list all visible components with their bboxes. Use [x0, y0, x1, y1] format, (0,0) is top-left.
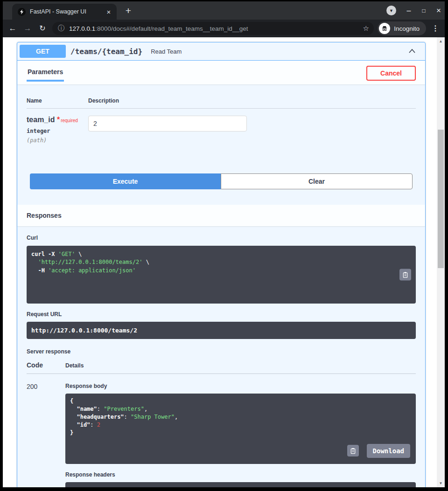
copy-curl-button[interactable]	[399, 269, 411, 281]
reload-button[interactable]: ↻	[37, 23, 48, 34]
server-response-columns: Code Details	[27, 361, 416, 369]
tab-close-icon[interactable]: ×	[105, 8, 113, 16]
responses-content: Curl curl -X 'GET' \ 'http://127.0.0.1:8…	[17, 226, 425, 487]
cancel-button[interactable]: Cancel	[366, 66, 416, 81]
page-scrollbar[interactable]: ▲ ▼	[437, 37, 445, 487]
url-text: 127.0.0.1:8000/docs#/default/read_team_t…	[69, 25, 359, 32]
execute-row: Execute Clear	[17, 163, 425, 199]
browser-toolbar: ← → ↻ ⓘ 127.0.0.1:8000/docs#/default/rea…	[3, 20, 445, 37]
forward-button[interactable]: →	[22, 23, 33, 34]
column-name: Name	[27, 97, 88, 104]
tab-parameters[interactable]: Parameters	[27, 61, 64, 82]
team-id-input[interactable]	[88, 116, 247, 131]
parameters-header: Parameters Cancel	[17, 61, 425, 84]
parameter-type: integer	[27, 128, 88, 134]
collapse-chevron-icon[interactable]	[407, 47, 417, 56]
status-code: 200	[27, 383, 65, 487]
title-bar: FastAPI - Swagger UI × + ▼ – □ ×	[3, 1, 445, 20]
scroll-down-icon[interactable]: ▼	[437, 481, 445, 485]
response-body-block: { "name": "Preventers", "headquarters": …	[65, 394, 416, 463]
swagger-page: GET /teams/{team_id} Read Team Parameter…	[3, 37, 437, 487]
column-code: Code	[27, 361, 65, 369]
parameter-name: team_id *required	[27, 116, 88, 124]
url-host: 127.0.0.1	[69, 25, 95, 32]
window-maximize-button[interactable]: □	[418, 5, 430, 17]
parameters-columns: Name Description	[27, 97, 416, 109]
operation-summary: Read Team	[151, 48, 182, 55]
parameter-location: (path)	[27, 137, 88, 144]
execute-button[interactable]: Execute	[30, 173, 221, 189]
scroll-up-icon[interactable]: ▲	[437, 39, 445, 43]
required-label: required	[61, 118, 78, 123]
parameter-row: team_id *required integer (path)	[27, 109, 416, 144]
required-star: *	[57, 116, 60, 124]
clear-button[interactable]: Clear	[221, 173, 413, 189]
browser-window: FastAPI - Swagger UI × + ▼ – □ × ← → ↻ ⓘ…	[0, 0, 448, 491]
parameter-meta: team_id *required integer (path)	[27, 116, 88, 144]
new-tab-button[interactable]: +	[122, 5, 134, 17]
tab-search-icon[interactable]: ▼	[386, 6, 396, 15]
window-close-button[interactable]: ×	[433, 5, 445, 17]
column-details: Details	[65, 362, 84, 369]
browser-tab[interactable]: FastAPI - Swagger UI ×	[12, 4, 117, 20]
server-response-label: Server response	[27, 348, 416, 355]
back-button[interactable]: ←	[7, 23, 18, 34]
incognito-icon	[379, 23, 390, 34]
bookmark-star-icon[interactable]: ☆	[363, 24, 369, 33]
tab-title: FastAPI - Swagger UI	[30, 8, 105, 15]
request-url-value: http://127.0.0.1:8000/teams/2	[27, 322, 416, 339]
divider	[27, 373, 416, 374]
site-info-icon[interactable]: ⓘ	[58, 24, 64, 33]
copy-response-button[interactable]	[347, 445, 359, 456]
response-headers-block: content-length: 57 content-type: applica…	[65, 482, 416, 487]
http-method-badge: GET	[20, 45, 66, 58]
operation-header[interactable]: GET /teams/{team_id} Read Team	[17, 42, 425, 61]
response-headers-label: Response headers	[65, 471, 416, 478]
responses-title: Responses	[27, 212, 62, 219]
response-body-label: Response body	[65, 383, 416, 389]
incognito-label: Incognito	[394, 25, 420, 32]
server-response-row: 200 Response body { "name": "Preventers"…	[27, 383, 416, 487]
scrollbar-thumb[interactable]	[438, 130, 444, 268]
operation-block: GET /teams/{team_id} Read Team Parameter…	[17, 42, 426, 487]
browser-menu-icon[interactable]: ⋮	[430, 23, 441, 34]
parameters-table: Name Description team_id *required integ…	[17, 84, 425, 163]
window-minimize-button[interactable]: –	[403, 5, 415, 17]
operation-path: /teams/{team_id}	[70, 47, 142, 56]
column-description: Description	[88, 97, 119, 104]
parameter-value-cell	[88, 116, 247, 144]
download-button[interactable]: Download	[367, 444, 410, 458]
fastapi-favicon-icon	[18, 8, 26, 16]
url-path: :8000/docs#/default/read_team_teams__tea…	[95, 25, 248, 32]
incognito-badge: Incognito	[378, 21, 426, 35]
curl-label: Curl	[27, 235, 416, 241]
request-url-label: Request URL	[27, 311, 416, 318]
response-details: Response body { "name": "Preventers", "h…	[65, 383, 416, 487]
response-body-actions: Download	[347, 444, 410, 458]
address-bar[interactable]: ⓘ 127.0.0.1:8000/docs#/default/read_team…	[52, 22, 374, 35]
curl-code-block: curl -X 'GET' \ 'http://127.0.0.1:8000/t…	[27, 246, 416, 304]
responses-section-header: Responses	[17, 205, 425, 226]
